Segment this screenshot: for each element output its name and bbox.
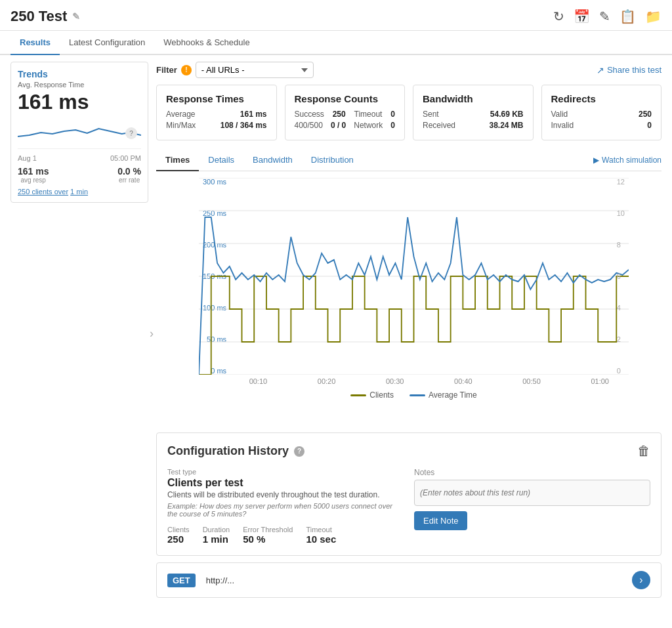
- trends-date: Aug 1: [18, 154, 37, 162]
- trends-time: 05:00 PM: [110, 154, 141, 162]
- edit-icon[interactable]: ✎: [599, 9, 610, 24]
- metric-duration: Duration 1 min: [203, 526, 230, 545]
- stats-card-response-times: Response Times Average 161 ms Min/Max 10…: [156, 85, 277, 140]
- notes-input[interactable]: [414, 480, 650, 506]
- config-help-badge[interactable]: ?: [294, 446, 304, 457]
- config-title: Configuration History ?: [167, 444, 304, 458]
- trends-divider: [18, 148, 141, 149]
- redirects-invalid: Invalid 0: [551, 121, 652, 130]
- trends-date-row: Aug 1 05:00 PM: [18, 154, 141, 162]
- delete-icon[interactable]: 🗑: [637, 444, 650, 459]
- stats-card-bandwidth: Bandwidth Sent 54.69 KB Received 38.24 M…: [413, 85, 534, 140]
- bandwidth-received: Received 38.24 MB: [423, 121, 524, 130]
- chart-area: [199, 178, 629, 375]
- config-section: Configuration History ? 🗑 Test type Clie…: [156, 432, 662, 556]
- test-example: Example: How does my server perform when…: [167, 502, 404, 518]
- watch-simulation-button[interactable]: ▶ Watch simulation: [593, 150, 662, 170]
- stats-card-response-counts: Response Counts Success 250 Timeout 0 40…: [285, 85, 406, 140]
- get-partial: GET http://... ›: [156, 562, 662, 598]
- metric-clients: Clients 250: [167, 526, 190, 545]
- edit-note-button[interactable]: Edit Note: [414, 511, 467, 530]
- trends-clients: 250 clients over 1 min: [18, 188, 141, 196]
- err-rate-label: err rate: [117, 177, 141, 184]
- main-content: Trends Avg. Response Time 161 ms ? Aug 1…: [0, 55, 672, 611]
- sidebar: Trends Avg. Response Time 161 ms ? Aug 1…: [10, 62, 148, 604]
- legend-clients: Clients: [350, 390, 394, 400]
- filter-select[interactable]: - All URLs -: [196, 62, 314, 78]
- metric-timeout: Timeout 10 sec: [306, 526, 336, 545]
- title-edit-icon[interactable]: ✎: [72, 11, 80, 22]
- bandwidth-sent: Sent 54.69 KB: [423, 110, 524, 119]
- test-type-label: Test type: [167, 468, 404, 476]
- y-axis-right: 12 10 8 6 4 2 0: [613, 178, 629, 375]
- avg-label: Avg. Response Time: [18, 81, 141, 89]
- config-title-text: Configuration History: [167, 444, 289, 458]
- sidebar-chevron-right[interactable]: ›: [150, 326, 154, 340]
- metric-error-threshold: Error Threshold 50 %: [243, 526, 293, 545]
- config-left: Test type Clients per test Clients will …: [167, 468, 404, 545]
- redirects-valid: Valid 250: [551, 110, 652, 119]
- err-rate-stat: 0.0 % err rate: [117, 166, 141, 184]
- stats-card-redirects: Redirects Valid 250 Invalid 0: [541, 85, 662, 140]
- clients-text: 250 clients over: [18, 188, 68, 196]
- calendar-icon[interactable]: 📅: [574, 9, 590, 24]
- x-axis-labels: 00:10 00:20 00:30 00:40 00:50 01:00: [199, 375, 629, 385]
- test-desc: Clients will be distributed evenly throu…: [167, 490, 404, 499]
- clients-link[interactable]: 1 min: [70, 188, 88, 196]
- page-header: 250 Test ✎ ↻ 📅 ✎ 📋 📁: [0, 0, 672, 31]
- legend-avg-time: Average Time: [410, 390, 477, 400]
- response-times-minmax: Min/Max 108 / 364 ms: [166, 121, 267, 130]
- top-tabs: Results Latest Configuration Webhooks & …: [0, 31, 672, 55]
- inner-tab-details[interactable]: Details: [199, 150, 243, 171]
- inner-tab-distribution[interactable]: Distribution: [302, 150, 363, 171]
- config-body: Test type Clients per test Clients will …: [167, 468, 650, 545]
- title-text: 250 Test: [10, 8, 67, 25]
- get-badge: GET: [167, 574, 196, 587]
- config-metrics: Clients 250 Duration 1 min Error Thresho…: [167, 526, 404, 545]
- chart-svg: [199, 178, 629, 375]
- filter-label: Filter: [156, 65, 177, 75]
- response-counts-success: Success 250 Timeout 0: [295, 110, 396, 119]
- refresh-icon[interactable]: ↻: [553, 9, 564, 24]
- test-name: Clients per test: [167, 477, 404, 489]
- copy-icon[interactable]: 📋: [620, 9, 636, 24]
- watch-simulation-label: Watch simulation: [602, 156, 662, 165]
- stats-cards: Response Times Average 161 ms Min/Max 10…: [156, 85, 662, 140]
- config-header: Configuration History ? 🗑: [167, 444, 650, 459]
- get-url: http://...: [206, 576, 234, 585]
- chart-legend: Clients Average Time: [199, 390, 629, 400]
- help-bubble[interactable]: ?: [125, 127, 137, 139]
- err-rate-val: 0.0 %: [117, 166, 141, 177]
- content-area: Filter ! - All URLs - ↗ Share this test …: [156, 62, 662, 604]
- config-right: Notes Edit Note: [414, 468, 650, 545]
- share-link[interactable]: ↗ Share this test: [597, 65, 662, 75]
- bandwidth-title: Bandwidth: [423, 93, 524, 104]
- get-url-row: GET http://...: [167, 574, 234, 587]
- legend-avg-time-line: [410, 394, 425, 396]
- folder-icon[interactable]: 📁: [645, 9, 662, 24]
- avg-resp-val: 161 ms: [18, 166, 49, 177]
- tab-latest-configuration[interactable]: Latest Configuration: [60, 31, 154, 55]
- filter-info-badge[interactable]: !: [181, 65, 192, 75]
- redirects-title: Redirects: [551, 93, 652, 104]
- avg-resp-label: avg resp: [18, 177, 49, 184]
- tab-webhooks-schedule[interactable]: Webhooks & Schedule: [154, 31, 259, 55]
- inner-tab-bandwidth[interactable]: Bandwidth: [243, 150, 302, 171]
- tab-results[interactable]: Results: [10, 31, 60, 55]
- response-counts-title: Response Counts: [295, 93, 396, 104]
- avg-resp-stat: 161 ms avg resp: [18, 166, 49, 184]
- get-arrow[interactable]: ›: [632, 571, 650, 589]
- filter-left: Filter ! - All URLs -: [156, 62, 314, 78]
- page-title: 250 Test ✎: [10, 8, 80, 25]
- notes-label: Notes: [414, 468, 650, 477]
- response-times-average: Average 161 ms: [166, 110, 267, 119]
- trends-card: Trends Avg. Response Time 161 ms ? Aug 1…: [10, 62, 148, 203]
- inner-tab-times[interactable]: Times: [156, 150, 199, 171]
- header-icons: ↻ 📅 ✎ 📋 📁: [553, 9, 662, 24]
- response-times-title: Response Times: [166, 93, 267, 104]
- legend-clients-line: [350, 394, 366, 396]
- trends-title: Trends: [18, 69, 141, 79]
- trends-stats: 161 ms avg resp 0.0 % err rate: [18, 166, 141, 184]
- inner-tabs: Times Details Bandwidth Distribution ▶ W…: [156, 150, 662, 171]
- share-label: Share this test: [607, 65, 662, 75]
